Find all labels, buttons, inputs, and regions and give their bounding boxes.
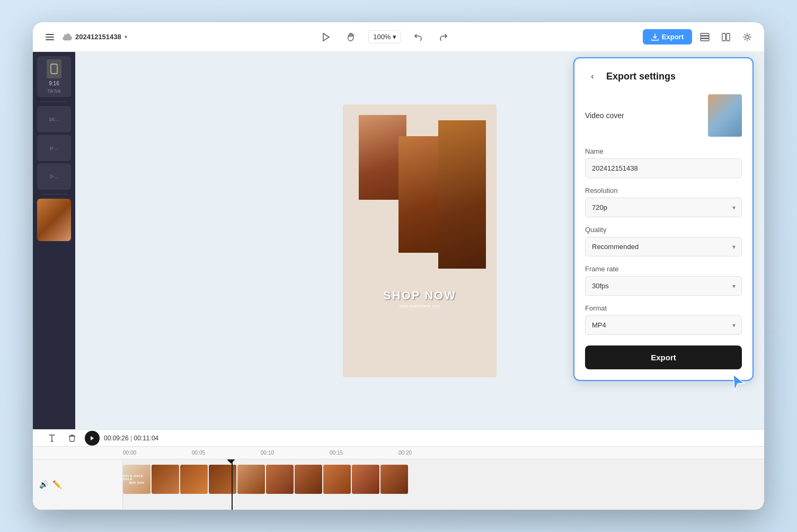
sidebar-item-0[interactable]: 0-... [37,163,71,190]
svg-rect-2 [46,39,54,40]
timeline-tracks: 🔊 ✏️ SALE SALE SALE 50% 50% [33,459,764,510]
sidebar-item-16[interactable]: 16:... [37,106,71,132]
file-name-chevron[interactable]: ▾ [125,34,127,40]
ratio-sub: TikTok [47,88,61,94]
ruler-mark-0: 00:00 [123,450,136,456]
name-input[interactable] [585,158,742,178]
audio-track-ctrl: 🔊 ✏️ [33,459,122,510]
settings-button[interactable] [739,29,756,46]
strip-thumb-10 [380,465,408,494]
layout-button[interactable] [718,29,734,46]
video-preview: SHOP NOW www.brandname.com [343,104,497,377]
shop-now-text: SHOP NOW [383,289,456,303]
topbar-center: 100% ▾ [134,29,636,46]
playback-controls: 00:09:26 | 00:11:04 [85,431,158,446]
frame-rate-select[interactable]: 24fps 30fps 60fps [585,276,742,296]
app-window: 202412151438 ▾ 100% ▾ [33,22,764,510]
ruler-mark-10: 00:10 [261,450,274,456]
frame-rate-field-group: Frame rate 24fps 30fps 60fps [585,265,742,296]
volume-icon[interactable]: 🔊 [39,480,48,489]
redo-button[interactable] [435,29,452,46]
collage-panel-3 [438,120,486,269]
name-label: Name [585,147,742,155]
quality-select[interactable]: Low Medium Recommended High [585,237,742,256]
resolution-field-group: Resolution 480p 720p 1080p 4K [585,187,742,217]
track-controls: 🔊 ✏️ [33,459,123,510]
format-select-wrapper: MP4 MOV AVI GIF [585,315,742,335]
sidebar-item-ratio[interactable]: 9:16 TikTok [37,56,71,97]
svg-point-8 [746,36,749,39]
strip-thumb-2 [152,465,179,494]
sidebar-divider-2 [41,194,67,194]
playback-bar: 00:09:26 | 00:11:04 [33,429,764,446]
delete-button[interactable] [64,430,81,447]
svg-rect-7 [727,33,730,41]
export-button-label: Export [662,33,684,41]
frame-rate-label: Frame rate [585,265,742,273]
quality-label: Quality [585,226,742,234]
hand-tool-button[interactable] [343,29,360,46]
undo-button[interactable] [410,29,427,46]
svg-rect-1 [46,37,54,38]
name-field-group: Name [585,147,742,178]
svg-rect-3 [701,33,709,36]
topbar-left: 202412151438 ▾ [41,29,127,46]
sidebar-thumbnail-img [37,199,71,241]
back-button[interactable]: ‹ [585,69,600,84]
zoom-level: 100% [373,33,391,41]
text-insert-button[interactable] [43,430,60,447]
export-button[interactable]: Export [643,29,692,45]
layers-button[interactable] [696,29,713,46]
sidebar-item-p[interactable]: p-... [37,135,71,161]
resolution-select-wrapper: 480p 720p 1080p 4K [585,198,742,217]
strip-thumb-5 [237,465,265,494]
ratio-label: 9:16 [49,81,59,86]
timeline-playhead[interactable] [232,459,233,510]
shop-now-overlay: SHOP NOW www.brandname.com [383,289,456,308]
svg-rect-4 [701,36,709,38]
edit-track-icon[interactable]: ✏️ [52,480,61,489]
strip-thumb-6 [266,465,294,494]
menu-button[interactable] [41,29,58,46]
topbar-right: Export [643,29,756,46]
sidebar-thumbnail[interactable] [37,199,71,241]
cover-image [708,94,742,137]
playhead-diamond [227,459,235,464]
ruler-mark-15: 00:15 [330,450,343,456]
timeline-content: SALE SALE SALE 50% 50% [123,459,764,510]
strip-thumb-8 [323,465,351,494]
svg-rect-0 [46,34,54,35]
canvas-area: SHOP NOW www.brandname.com ‹ Export sett… [75,52,764,429]
file-name: 202412151438 [75,33,121,41]
resolution-select[interactable]: 480p 720p 1080p 4K [585,198,742,217]
website-text: www.brandname.com [383,304,456,308]
svg-rect-9 [51,64,57,74]
main-content: 9:16 TikTok 16:... p-... 0-... [33,52,764,429]
strip-thumb-1: SALE SALE SALE 50% 50% [123,465,150,494]
left-sidebar: 9:16 TikTok 16:... p-... 0-... [33,52,75,429]
format-select[interactable]: MP4 MOV AVI GIF [585,315,742,335]
quality-select-wrapper: Low Medium Recommended High [585,237,742,256]
export-settings-panel: ‹ Export settings Video cover Name [573,57,754,381]
frame-rate-select-wrapper: 24fps 30fps 60fps [585,276,742,296]
track-tools [43,430,81,447]
play-mode-button[interactable] [317,29,334,46]
zoom-chevron: ▾ [393,33,396,41]
ruler-mark-20: 00:20 [398,450,412,456]
format-label: Format [585,304,742,312]
timeline-ruler: 00:00 00:05 00:10 00:15 00:20 [33,447,764,459]
zoom-control[interactable]: 100% ▾ [368,30,401,43]
cursor-indicator [730,374,747,395]
video-cover-thumbnail[interactable] [708,94,742,137]
video-cover-label: Video cover [585,111,624,120]
play-button-timeline[interactable] [85,431,100,446]
strip-thumb-3 [180,465,208,494]
cloud-save-area[interactable]: 202412151438 ▾ [63,33,127,41]
topbar: 202412151438 ▾ 100% ▾ [33,22,764,52]
quality-field-group: Quality Low Medium Recommended High [585,226,742,256]
current-time-display: 00:09:26 | 00:11:04 [104,435,158,442]
final-export-button[interactable]: Export [585,345,742,369]
ratio-icon [47,59,61,78]
sidebar-divider-1 [41,101,67,102]
strip-thumb-9 [352,465,379,494]
